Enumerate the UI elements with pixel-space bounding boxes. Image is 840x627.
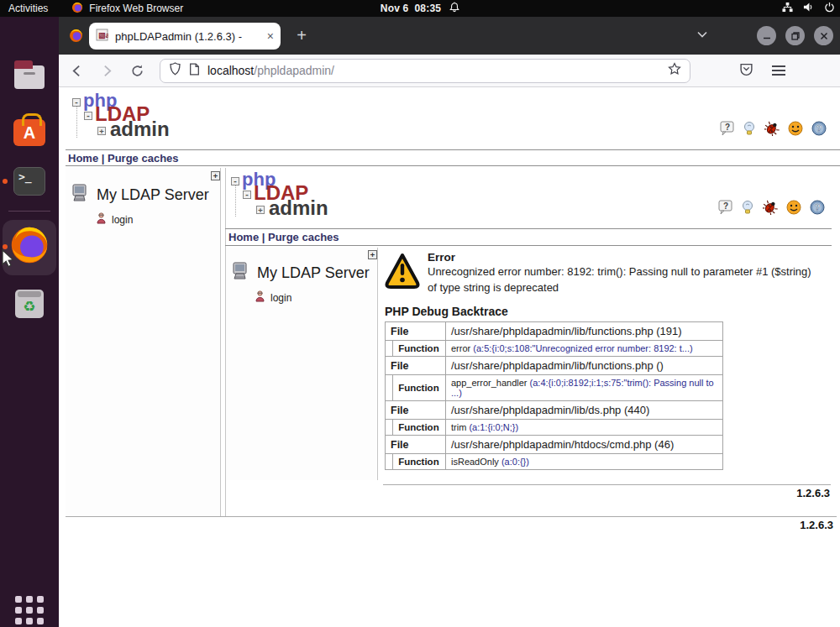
titlebar[interactable]: ▧a phpLDAPadmin (1.2.6.3) - × +: [59, 17, 840, 55]
activities-button[interactable]: Activities: [8, 3, 48, 14]
browser-window: ▧a phpLDAPadmin (1.2.6.3) - × +: [59, 17, 840, 627]
dock-firefox-button[interactable]: [11, 228, 48, 265]
ubuntu-software-icon: A: [13, 119, 45, 146]
tree-expand-icon[interactable]: +: [368, 250, 377, 259]
notification-bell-icon[interactable]: [449, 2, 459, 15]
light-bulb-icon[interactable]: [743, 121, 756, 136]
back-button[interactable]: [64, 58, 89, 83]
clock-date: Nov 6: [381, 3, 409, 14]
function-label: Function: [393, 375, 446, 401]
function-args: (a:0:{}): [501, 457, 529, 467]
pocket-shield-icon[interactable]: [739, 62, 753, 80]
page-info-icon[interactable]: [189, 63, 200, 79]
focused-app-menu[interactable]: Firefox Web Browser: [71, 2, 183, 16]
dock-files-button[interactable]: [11, 55, 48, 92]
login-user-icon: [255, 290, 265, 305]
reload-button[interactable]: [124, 58, 150, 83]
firefox-icon: [69, 29, 83, 46]
list-all-tabs-chevron-icon[interactable]: [696, 28, 709, 44]
backtrace-row: Functiontrim (a:1:{i:0;N;}): [386, 420, 723, 436]
tab-close-button[interactable]: ×: [267, 29, 274, 43]
function-value: app_error_handler (a:4:{i:0;i:8192;i:1;s…: [446, 375, 723, 401]
function-name: isReadOnly: [451, 457, 499, 467]
purge-caches-link[interactable]: Purge caches: [268, 231, 339, 243]
new-tab-button[interactable]: +: [291, 25, 312, 47]
function-name: error: [451, 343, 470, 353]
url-bar[interactable]: localhost/phpldapadmin/: [160, 59, 690, 83]
divider: [66, 149, 840, 150]
function-value: trim (a:1:{i:0;N;}): [446, 420, 723, 436]
logo-admin: admin: [110, 118, 170, 141]
file-value: /usr/share/phpldapadmin/lib/functions.ph…: [446, 357, 723, 375]
function-args: (a:5:{i:0;s:108:"Unrecognized error numb…: [473, 343, 692, 353]
file-label: File: [386, 436, 446, 454]
dock-terminal-button[interactable]: >_: [11, 163, 48, 200]
volume-icon[interactable]: [803, 2, 814, 15]
function-label: Function: [393, 420, 446, 436]
clock-time: 08:35: [414, 3, 441, 14]
tree-frame: [66, 168, 221, 516]
power-icon[interactable]: [824, 2, 835, 15]
indent-cell: [386, 375, 393, 401]
files-icon: [14, 65, 45, 89]
focused-app-name: Firefox Web Browser: [89, 3, 183, 14]
mouse-cursor: [0, 248, 15, 272]
purge-caches-link[interactable]: Purge caches: [108, 152, 179, 165]
url-text[interactable]: localhost/phpldapadmin/: [207, 64, 660, 77]
file-label: File: [386, 401, 446, 420]
firefox-icon: [71, 2, 83, 16]
restore-button[interactable]: [785, 26, 805, 45]
clock[interactable]: Nov 6 08:35: [381, 3, 441, 14]
file-label: File: [386, 357, 446, 375]
breadcrumb: Home | Purge caches: [228, 231, 339, 243]
donate-smiley-icon[interactable]: [786, 200, 801, 215]
login-item[interactable]: login: [255, 290, 291, 305]
trash-icon: ♻: [15, 290, 44, 318]
home-link[interactable]: Home: [68, 152, 98, 165]
network-icon[interactable]: [782, 2, 793, 15]
help-icon[interactable]: ?: [811, 121, 827, 136]
help-icon[interactable]: ?: [810, 200, 825, 215]
nav-separator: |: [259, 231, 268, 243]
backtrace-row: Functionerror (a:5:{i:0;s:108:"Unrecogni…: [386, 341, 723, 357]
file-label: File: [386, 322, 446, 341]
ldap-server-item[interactable]: My LDAP Server: [231, 261, 370, 285]
tab-phpldapadmin[interactable]: ▧a phpLDAPadmin (1.2.6.3) - ×: [89, 23, 281, 50]
bug-icon[interactable]: [763, 200, 778, 215]
login-item[interactable]: login: [96, 212, 133, 227]
divider: [225, 245, 832, 246]
donate-smiley-icon[interactable]: [788, 121, 803, 136]
close-button[interactable]: [814, 26, 833, 45]
server-icon: [231, 261, 251, 285]
backtrace-row: File/usr/share/phpldapadmin/lib/ds.php (…: [386, 401, 723, 420]
home-link[interactable]: Home: [228, 231, 259, 243]
phpldapadmin-logo: - - + php LDAP admin: [229, 175, 339, 223]
bookmark-star-icon[interactable]: [668, 62, 681, 79]
nav-separator: |: [98, 152, 108, 165]
shield-icon[interactable]: [169, 62, 181, 79]
function-value: error (a:5:{i:0;s:108:"Unrecognized erro…: [446, 341, 723, 357]
login-user-icon: [96, 212, 107, 227]
function-label: Function: [393, 454, 446, 470]
phpldapadmin-logo: - - + php LDAP admin: [71, 96, 180, 144]
tree-expand-icon[interactable]: +: [211, 171, 220, 180]
dock-software-button[interactable]: A: [11, 112, 48, 149]
faq-icon[interactable]: ?: [720, 121, 734, 136]
backtrace-row: FunctionisReadOnly (a:0:{}): [386, 454, 723, 470]
dock-trash-button[interactable]: ♻: [11, 285, 48, 322]
show-applications-button[interactable]: [15, 596, 45, 626]
light-bulb-icon[interactable]: [741, 200, 754, 215]
svg-text:▧a: ▧a: [98, 31, 108, 39]
indent-cell: [386, 341, 393, 357]
logo-admin: admin: [269, 196, 328, 220]
minimize-button[interactable]: [757, 26, 776, 45]
ldap-server-item[interactable]: My LDAP Server: [71, 183, 209, 207]
server-icon: [71, 183, 91, 207]
server-name: My LDAP Server: [97, 186, 209, 204]
header-icons: ? ?: [720, 121, 827, 136]
faq-icon[interactable]: ?: [718, 200, 732, 215]
bug-icon[interactable]: [764, 121, 780, 136]
forward-button[interactable]: [94, 58, 119, 83]
menu-hamburger-icon[interactable]: [772, 65, 785, 76]
server-name: My LDAP Server: [257, 264, 370, 282]
